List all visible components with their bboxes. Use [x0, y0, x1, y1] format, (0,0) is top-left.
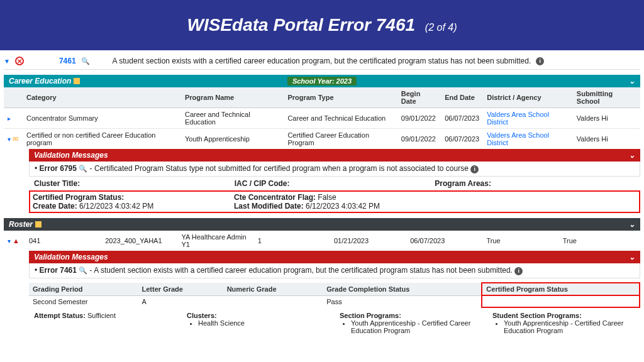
validation-message: • Error 6795 🔍 - Certificated Program St… — [29, 162, 640, 177]
table-row[interactable]: ▸ Concentrator Summary Career and Techni… — [4, 108, 640, 129]
validation-messages-header[interactable]: Validation Messages⌄ — [29, 149, 640, 162]
envelope-icon: ✉ — [13, 135, 18, 143]
table-row: Second Semester A Pass — [29, 295, 640, 307]
chevron-down-icon: ⌄ — [629, 151, 635, 160]
search-icon[interactable]: 🔍 — [79, 165, 87, 172]
expand-icon[interactable]: ▾ — [8, 238, 11, 244]
career-education-header[interactable]: Career Education School Year: 2023 ⌄ — [4, 75, 640, 87]
grades-table: Grading Period Letter Grade Numeric Grad… — [29, 282, 640, 308]
warning-icon — [74, 78, 80, 84]
program-details: Attempt Status: Sufficient Clusters:Heal… — [29, 308, 640, 338]
search-icon[interactable]: 🔍 — [79, 266, 87, 274]
error-code-link[interactable]: 7461 — [59, 57, 76, 65]
district-link[interactable]: Valders Area School District — [483, 108, 573, 129]
chevron-down-icon[interactable]: ⌄ — [629, 77, 635, 85]
validation-message: • Error 7461 🔍 - A student section exist… — [29, 263, 640, 278]
info-icon[interactable]: i — [470, 165, 479, 173]
roster-header[interactable]: Roster ⌄ — [4, 218, 640, 231]
info-icon[interactable]: i — [514, 267, 523, 275]
search-icon[interactable]: 🔍 — [81, 57, 90, 65]
district-link[interactable]: Valders Area School District — [483, 129, 573, 150]
career-education-panel: Career Education School Year: 2023 ⌄ Cat… — [4, 75, 640, 213]
chevron-down-icon[interactable]: ⌄ — [629, 220, 635, 229]
page-title: WISEdata Portal Error 7461 (2 of 4) — [187, 15, 457, 35]
error-description: A student section exists with a certifie… — [113, 57, 531, 65]
expand-icon[interactable]: ▾ — [8, 136, 11, 143]
info-icon[interactable]: i — [536, 57, 544, 65]
chevron-down-icon: ⌄ — [629, 253, 635, 261]
roster-panel: Roster ⌄ ▾ ▲ 041 2023_400_YAHA1 YA Healt… — [4, 218, 640, 338]
title-banner: WISEdata Portal Error 7461 (2 of 4) — [0, 0, 644, 50]
alert-icon: ▲ — [13, 237, 19, 244]
top-error-bar: ▼ ✕ 7461 🔍 A student section exists with… — [4, 53, 640, 70]
validation-messages-header[interactable]: Validation Messages⌄ — [29, 251, 640, 263]
career-education-table: Category Program Name Program Type Begin… — [4, 87, 640, 149]
error-icon: ✕ — [15, 57, 24, 65]
table-row[interactable]: ▾ ✉ Certified or non certified Career Ed… — [4, 129, 640, 150]
expand-icon[interactable]: ▼ — [4, 58, 10, 65]
roster-row[interactable]: ▾ ▲ 041 2023_400_YAHA1 YA Healthcare Adm… — [4, 231, 640, 251]
highlighted-fields: Certified Program Status: Create Date: 6… — [29, 190, 640, 213]
warning-icon — [35, 221, 42, 228]
highlighted-column: Certified Program Status — [482, 283, 640, 295]
school-year-badge: School Year: 2023 — [287, 77, 357, 85]
expand-icon[interactable]: ▸ — [8, 115, 11, 122]
